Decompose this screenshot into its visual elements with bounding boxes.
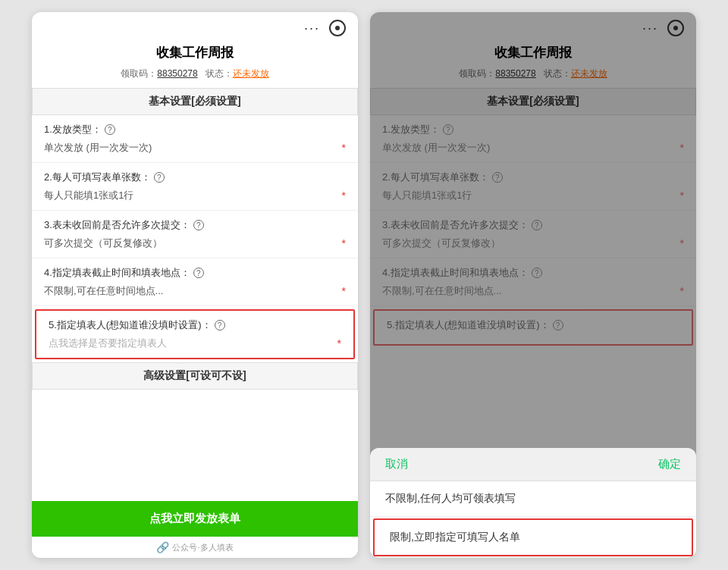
settings-list-left: 1.发放类型： ? 单次发放 (用一次发一次) * 2.每人可填写表单张数： ?… [32, 115, 358, 501]
code-label: 领取码： [121, 68, 157, 79]
required-star-5: * [337, 337, 341, 349]
status-value: 还未发放 [233, 68, 269, 79]
dropdown-cancel-button[interactable]: 取消 [385, 457, 408, 471]
setting-value-1: 单次发放 (用一次发一次) [44, 141, 152, 155]
setting-label-2: 2.每人可填写表单张数： ? [44, 171, 346, 184]
question-icon-5[interactable]: ? [215, 320, 225, 330]
footer-icon-left: 🔗 [156, 541, 169, 553]
setting-label-1: 1.发放类型： ? [44, 123, 346, 136]
question-icon-2[interactable]: ? [154, 172, 165, 183]
dropdown-overlay: 取消 确定 不限制,任何人均可领表填写 限制,立即指定可填写人名单 [370, 12, 696, 558]
code-value: 88350278 [157, 68, 197, 79]
setting-value-row-4: 不限制,可在任意时间地点... * [44, 284, 346, 298]
bottom-footer-left: 🔗 公众号·多人填表 [32, 537, 358, 558]
setting-item-3[interactable]: 3.表未收回前是否允许多次提交： ? 可多次提交（可反复修改） * [32, 211, 358, 258]
setting-value-row-2: 每人只能填1张或1行 * [44, 189, 346, 202]
dropdown-container: 取消 确定 不限制,任何人均可领表填写 限制,立即指定可填写人名单 [370, 448, 696, 558]
setting-value-5: 点我选择是否要指定填表人 [49, 337, 167, 350]
dropdown-options: 不限制,任何人均可领表填写 限制,立即指定可填写人名单 [370, 481, 696, 556]
dropdown-action-row: 取消 确定 [370, 448, 696, 481]
setting-label-3: 3.表未收回前是否允许多次提交： ? [44, 218, 346, 232]
publish-button[interactable]: 点我立即发放表单 [32, 501, 358, 537]
basic-settings-header-left: 基本设置[必须设置] [32, 88, 358, 115]
setting-value-row-5: 点我选择是否要指定填表人 * [49, 337, 341, 350]
question-icon-4[interactable]: ? [193, 268, 204, 278]
setting-value-row-1: 单次发放 (用一次发一次) * [44, 141, 346, 155]
required-star-2: * [342, 189, 346, 202]
setting-value-2: 每人只能填1张或1行 [44, 189, 133, 202]
setting-item-2[interactable]: 2.每人可填写表单张数： ? 每人只能填1张或1行 * [32, 163, 358, 211]
more-icon[interactable]: ··· [304, 20, 320, 36]
setting-value-3: 可多次提交（可反复修改） [44, 236, 162, 250]
dropdown-option-2[interactable]: 限制,立即指定可填写人名单 [373, 518, 693, 556]
setting-item-5[interactable]: 5.指定填表人(想知道谁没填时设置)： ? 点我选择是否要指定填表人 * [35, 309, 355, 359]
dropdown-option-1[interactable]: 不限制,任何人均可领表填写 [370, 481, 696, 517]
required-star-3: * [342, 237, 346, 249]
subtitle-left: 领取码：88350278 状态：还未发放 [32, 67, 358, 88]
left-phone-panel: ··· 收集工作周报 领取码：88350278 状态：还未发放 基本设置[必须设… [32, 12, 358, 558]
status-label: 状态： [206, 68, 233, 79]
qr-icon[interactable] [329, 20, 346, 36]
required-star-4: * [342, 285, 346, 297]
setting-value-row-3: 可多次提交（可反复修改） * [44, 236, 346, 250]
question-icon-1[interactable]: ? [105, 124, 115, 135]
setting-item-4[interactable]: 4.指定填表截止时间和填表地点： ? 不限制,可在任意时间地点... * [32, 258, 358, 306]
dropdown-confirm-button[interactable]: 确定 [658, 457, 681, 471]
footer-text-left: 公众号·多人填表 [172, 542, 233, 553]
right-phone-panel: ··· 收集工作周报 领取码：88350278 状态：还未发放 基本设置[必须设… [370, 12, 696, 558]
question-icon-3[interactable]: ? [193, 220, 204, 230]
setting-label-5: 5.指定填表人(想知道谁没填时设置)： ? [49, 318, 341, 332]
setting-item-1[interactable]: 1.发放类型： ? 单次发放 (用一次发一次) * [32, 115, 358, 163]
setting-label-4: 4.指定填表截止时间和填表地点： ? [44, 266, 346, 280]
advanced-settings-header: 高级设置[可设可不设] [32, 362, 358, 390]
required-star-1: * [342, 142, 346, 154]
page-title-left: 收集工作周报 [32, 44, 358, 67]
setting-value-4: 不限制,可在任意时间地点... [44, 284, 163, 298]
top-bar-left: ··· [32, 12, 358, 44]
